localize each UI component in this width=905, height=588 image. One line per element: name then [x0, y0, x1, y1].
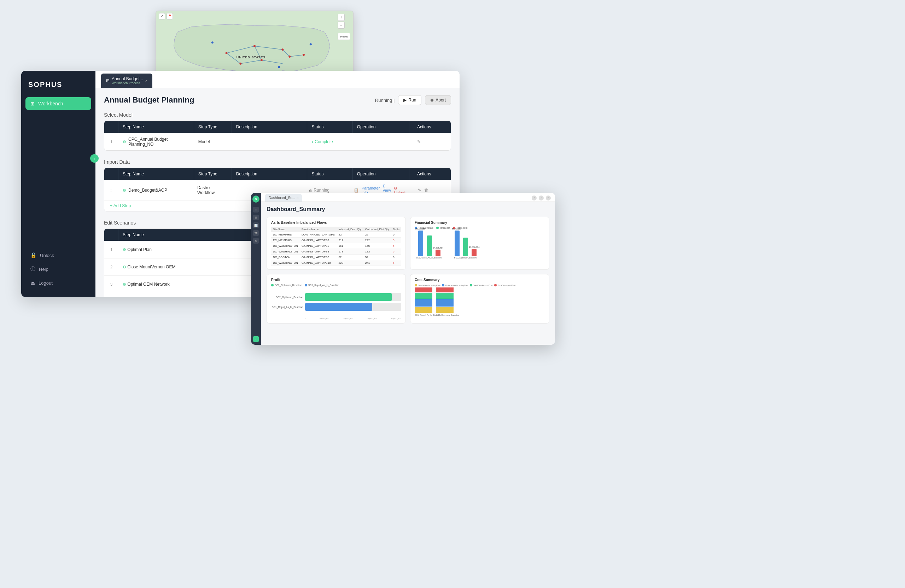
fin-bar-cost-1	[427, 235, 432, 256]
fin-bar-rev-1	[418, 230, 423, 256]
flow-row-2: PC_MEMPHISGAMING_LAPTOPS22172225	[271, 238, 401, 243]
logout-icon: ⏏	[30, 280, 35, 286]
cost-stack-2	[436, 288, 454, 313]
ith-num	[104, 168, 118, 180]
fin-bar-label-2: SC2_Optimum_Baseline	[454, 257, 478, 259]
dash-sidebar-icon-1[interactable]: ≡	[253, 207, 259, 213]
dash-tab-bar: Dashboard_Su... × ‹ › ×	[261, 193, 555, 202]
map-pin-btn[interactable]: 📍	[167, 13, 173, 19]
dash-tab-summary[interactable]: Dashboard_Su... ×	[265, 194, 302, 202]
flows-title: As-Is Baseline Imbalanced Flows	[271, 221, 401, 224]
dash-title: Dashboard_Summary	[267, 206, 549, 213]
cost-bar-label-2: SC2_Optimum_Baseline	[436, 314, 454, 316]
srow-num-3: 3	[104, 279, 118, 290]
dash-tab-close-btn[interactable]: ×	[297, 196, 298, 200]
tab-annual-budget[interactable]: ⊞ Annual Budget... Workbench Process ×	[101, 73, 152, 88]
map-expand-btn[interactable]: ⤢	[159, 13, 165, 19]
run-button[interactable]: ▶ Run	[398, 95, 421, 105]
sidebar-bottom: 🔓 Unlock ⓘ Help ⏏ Logout	[21, 249, 95, 297]
flows-table: SiteName ProductName Inbound_Dem Qty Out…	[271, 227, 401, 266]
svg-text:UNITED STATES: UNITED STATES	[237, 56, 265, 59]
map-zoom-in-btn[interactable]: +	[338, 14, 345, 21]
th-step-name: Step Name	[118, 121, 194, 133]
map-zoom-out-btn[interactable]: −	[338, 22, 345, 29]
flow-th-delta: Delta	[391, 227, 401, 232]
page-title: Annual Budget Planning	[104, 95, 194, 105]
sidebar-item-help[interactable]: ⓘ Help	[25, 262, 91, 276]
svg-point-14	[289, 56, 291, 58]
profit-fill-opt	[305, 293, 392, 301]
win-btn-close[interactable]: ×	[546, 195, 551, 200]
cost-seg-enter-2	[436, 299, 454, 307]
row-step-name-1: ⚙ CPG_Annual Budget Planning_NO	[118, 133, 194, 150]
map-reset-btn[interactable]: Reset	[338, 33, 350, 40]
sidebar-workbench-label: Workbench	[38, 101, 63, 106]
dash-content: Dashboard_Su... × ‹ › × Dashboard_Summar…	[261, 193, 555, 345]
th-num	[104, 121, 118, 133]
profit-bar-opt: SC2_Optimum_Baseline	[271, 293, 401, 301]
svg-point-10	[254, 45, 256, 47]
profit-bar-bg-rapid	[305, 303, 401, 311]
model-table-head: Step Name Step Type Description Status O…	[104, 121, 451, 133]
sth-step-name: Step Name	[118, 229, 251, 241]
step-name-text-1: CPG_Annual Budget Planning_NO	[128, 137, 190, 147]
th-actions: Actions	[413, 121, 451, 133]
dash-sidebar-icon-5[interactable]: ⚙	[253, 238, 259, 244]
srow-name-4: ⚙ Demand -10%	[118, 296, 251, 297]
sidebar-item-workbench[interactable]: ⊞ Workbench	[25, 97, 91, 110]
svg-point-13	[239, 63, 241, 65]
cost-enter-dot	[442, 284, 445, 286]
flow-row-5: DC_BOSTONGAMING_LAPTOPS352520	[271, 254, 401, 260]
import-edit-btn-1[interactable]: ✎	[418, 188, 421, 193]
profit-legend-opt: SC2_Optimum_Baseline	[271, 284, 302, 286]
sidebar-collapse-btn[interactable]: ‹	[90, 154, 98, 163]
srow-num-2: 2	[104, 261, 118, 273]
cost-legend: TotalManufacturingCost EnterManufacturin…	[415, 284, 545, 286]
profit-bar-bg-opt	[305, 293, 401, 301]
ith-status: Status	[307, 168, 352, 180]
dash-sidebar-icon-4[interactable]: 🗺	[253, 230, 259, 236]
flow-row-1: DC_MEMPHISLOW_PRICED_LAPTOPS22220	[271, 232, 401, 238]
cost-mfg-dot	[415, 284, 417, 286]
sidebar-item-logout[interactable]: ⏏ Logout	[25, 277, 91, 289]
status-running-text: Running |	[375, 98, 395, 103]
cost-bar-1: SC1_Rapid_As_Is_Baseline	[415, 288, 432, 316]
cost-seg-dist-2	[436, 293, 454, 299]
fin-bar-label-1: SC1_Rapid_As_Is_Baseline	[416, 257, 442, 259]
abort-button[interactable]: ⊗ Abort	[425, 95, 451, 105]
win-btn-prev[interactable]: ‹	[532, 195, 537, 200]
cost-seg-mfg-1	[415, 307, 432, 313]
row-status-1: Complete	[307, 136, 352, 148]
import-data-section-header: Import Data	[95, 156, 460, 168]
workbench-icon: ⊞	[30, 101, 35, 106]
ith-description: Description	[232, 168, 308, 180]
status-complete-badge: Complete	[311, 139, 348, 144]
cost-card: Cost Summary TotalManufacturingCost Ente…	[410, 274, 549, 324]
win-btn-next[interactable]: ›	[539, 195, 544, 200]
select-model-table: Step Name Step Type Description Status O…	[104, 121, 451, 151]
srow-name-2: ⚙ Close MountVernon OEM	[118, 261, 251, 273]
dash-sidebar-icon-2[interactable]: ⊞	[253, 215, 259, 220]
dash-collapse-btn[interactable]: ›	[253, 336, 259, 342]
dashboard-panel: S ≡ ⊞ 📊 🗺 ⚙ › Dashboard_Su... × ‹ › × Da…	[251, 193, 555, 345]
param-info-icon: 📋	[354, 188, 359, 193]
sth-num	[104, 229, 118, 241]
import-step-icon-1: ⚙	[123, 188, 126, 193]
edit-btn-1[interactable]: ✎	[417, 139, 421, 144]
import-delete-btn-1[interactable]: 🗑	[424, 188, 429, 193]
tab-close-btn[interactable]: ×	[145, 79, 148, 83]
financial-title: Financial Summary	[415, 221, 545, 224]
dash-sidebar-icon-3[interactable]: 📊	[253, 222, 259, 228]
th-description: Description	[232, 121, 308, 133]
sidebar-item-unlock[interactable]: 🔓 Unlock	[25, 249, 91, 262]
rapid-dot	[305, 284, 307, 286]
import-table-head: Step Name Step Type Description Status O…	[104, 168, 451, 180]
flow-th-outbound: Outbound_Dist Qty	[364, 227, 391, 232]
flow-row-4: DC_WASHINGTONGAMING_LAPTOPS31781835	[271, 249, 401, 254]
financial-card: Financial Summary TotalRevenue TotalCost	[410, 217, 549, 270]
fin-bar-group-2: 81,493,317 x 27,666,734	[452, 228, 479, 256]
tab-subtitle: Workbench Process	[112, 81, 143, 85]
profit-chart: SC2_Optimum_Baseline SC1_Rapid_As_Is_Bas…	[271, 288, 401, 316]
dash-sidebar: S ≡ ⊞ 📊 🗺 ⚙ ›	[251, 193, 261, 345]
tab-grid-icon: ⊞	[106, 78, 110, 83]
